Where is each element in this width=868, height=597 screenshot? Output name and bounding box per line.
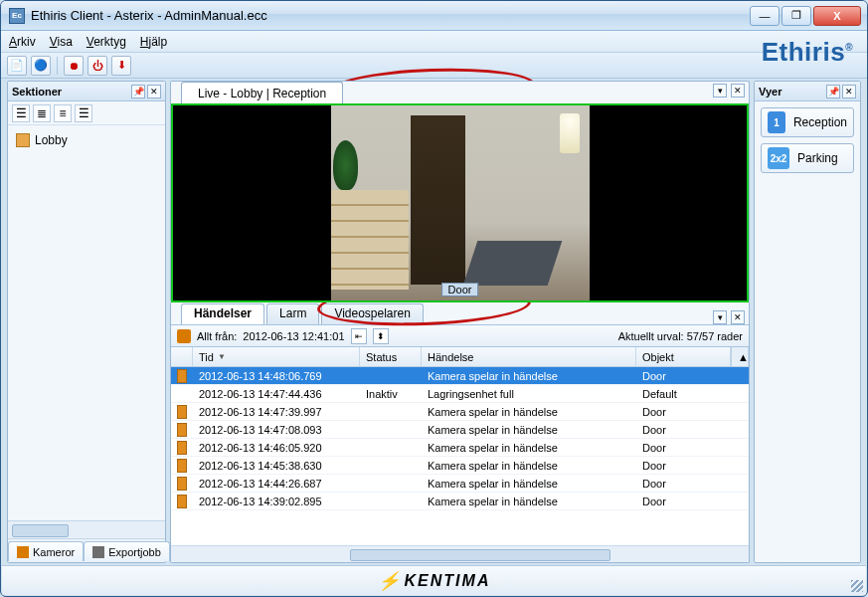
toolbar-connect-icon[interactable]: 🔵 — [31, 56, 51, 76]
event-row-icon — [177, 459, 187, 473]
table-row[interactable]: 2012-06-13 14:44:26.687Kamera spelar in … — [171, 475, 749, 493]
window-title: Ethiris Client - Asterix - AdminManual.e… — [31, 8, 750, 23]
vertical-scroll-head: ▲ — [731, 347, 749, 366]
view-parking-button[interactable]: 2x2 Parking — [761, 143, 854, 173]
cell-handelse: Kamera spelar in händelse — [422, 442, 636, 454]
cell-handelse: Kamera spelar in händelse — [422, 496, 636, 507]
tree-item-label: Lobby — [35, 133, 68, 147]
view-mode-4-icon[interactable]: ☰ — [75, 104, 92, 122]
table-row[interactable]: 2012-06-13 14:48:06.769Kamera spelar in … — [171, 367, 749, 385]
left-panel-header: Sektioner 📌 ✕ — [8, 82, 165, 101]
tab-handelser[interactable]: Händelser — [181, 303, 264, 324]
col-status[interactable]: Status — [360, 347, 422, 366]
video-viewport[interactable]: Door — [171, 103, 749, 302]
live-tab-controls: ▾ ✕ — [711, 84, 745, 98]
table-row[interactable]: 2012-06-13 14:47:39.997Kamera spelar in … — [171, 403, 749, 421]
resize-grip[interactable] — [851, 580, 863, 592]
event-row-icon — [177, 369, 187, 383]
tab-live-lobby-reception[interactable]: Live - Lobby | Reception — [181, 82, 343, 103]
col-handelse[interactable]: Händelse — [422, 347, 636, 366]
cell-handelse: Kamera spelar in händelse — [422, 370, 636, 382]
close-icon[interactable]: ✕ — [731, 310, 745, 324]
events-horizontal-scrollbar[interactable] — [171, 545, 749, 562]
event-row-icon — [177, 477, 187, 491]
views-list: 1 Reception 2x2 Parking — [755, 101, 860, 179]
close-button[interactable]: X — [813, 6, 861, 26]
cell-objekt: Door — [636, 478, 731, 490]
cell-tid: 2012-06-13 14:45:38.630 — [193, 460, 360, 472]
toolbar-download-icon[interactable]: ⬇ — [111, 56, 131, 76]
col-tid[interactable]: Tid ▼ — [193, 347, 360, 366]
cell-tid: 2012-06-13 14:47:44.436 — [193, 388, 360, 400]
statusbar: ⚡ KENTIMA — [2, 565, 866, 595]
close-icon[interactable]: ✕ — [842, 85, 856, 99]
view-mode-3-icon[interactable]: ≡ — [54, 104, 72, 122]
cell-objekt: Door — [636, 406, 731, 418]
toolbar-open-icon[interactable]: 📄 — [7, 56, 27, 76]
events-toolbar: Allt från: 2012-06-13 12:41:01 ⇤ ⬍ Aktue… — [171, 324, 749, 346]
right-panel-vyer: Vyer 📌 ✕ 1 Reception 2x2 Parking — [754, 81, 861, 563]
maximize-button[interactable]: ❐ — [781, 6, 811, 26]
minimize-button[interactable]: — — [750, 6, 780, 26]
tab-kameror-label: Kameror — [33, 546, 75, 558]
toolbar-separator — [57, 57, 58, 75]
camera-feed-image — [331, 105, 590, 300]
menu-arkiv[interactable]: Arkiv — [9, 35, 36, 49]
section-tree: Lobby — [8, 125, 165, 520]
cell-handelse: Kamera spelar in händelse — [422, 424, 636, 436]
live-tabbar: Live - Lobby | Reception ▾ ✕ — [171, 82, 749, 103]
toolbar-power-icon[interactable]: ⏻ — [87, 56, 107, 76]
cell-tid: 2012-06-13 14:44:26.687 — [193, 478, 360, 490]
cell-tid: 2012-06-13 14:47:08.093 — [193, 424, 360, 436]
view-reception-button[interactable]: 1 Reception — [761, 107, 854, 137]
bolt-icon: ⚡ — [378, 570, 402, 592]
col-tid-label: Tid — [199, 351, 214, 363]
horizontal-scrollbar[interactable] — [8, 520, 165, 538]
center-area: Live - Lobby | Reception ▾ ✕ Door Händel… — [170, 81, 750, 563]
menu-hjalp[interactable]: Hjälp — [140, 35, 167, 49]
col-objekt[interactable]: Objekt — [636, 347, 731, 366]
table-row[interactable]: 2012-06-13 14:46:05.920Kamera spelar in … — [171, 439, 749, 457]
tab-kameror[interactable]: Kameror — [8, 541, 84, 561]
event-row-icon — [177, 495, 187, 508]
menu-verktyg[interactable]: Verktyg — [87, 35, 126, 49]
filter-button-2[interactable]: ⬍ — [373, 328, 389, 344]
table-row[interactable]: 2012-06-13 14:45:38.630Kamera spelar in … — [171, 457, 749, 475]
filter-button-1[interactable]: ⇤ — [351, 328, 367, 344]
events-panel: Händelser Larm Videospelaren ▾ ✕ Allt fr… — [170, 301, 750, 563]
view-mode-2-icon[interactable]: ≣ — [33, 104, 51, 122]
table-row[interactable]: 2012-06-13 14:47:08.093Kamera spelar in … — [171, 421, 749, 439]
folder-icon — [16, 133, 30, 147]
table-row[interactable]: 2012-06-13 14:47:44.436InaktivLagringsen… — [171, 385, 749, 403]
dropdown-icon[interactable]: ▾ — [713, 310, 727, 324]
view-mode-1-icon[interactable]: ☰ — [12, 104, 30, 122]
cell-tid: 2012-06-13 14:39:02.895 — [193, 496, 360, 507]
live-view-panel: Live - Lobby | Reception ▾ ✕ Door — [170, 81, 750, 301]
app-icon: Ec — [9, 8, 25, 24]
right-panel-title: Vyer — [759, 86, 824, 98]
tab-larm[interactable]: Larm — [266, 303, 319, 324]
left-bottom-tabs: Kameror Exportjobb — [8, 538, 165, 562]
left-toolbar: ☰ ≣ ≡ ☰ — [8, 101, 165, 125]
view-label: Reception — [793, 115, 847, 129]
tab-videospelaren[interactable]: Videospelaren — [321, 303, 424, 324]
col-icon[interactable] — [171, 347, 193, 366]
view-label: Parking — [797, 151, 838, 165]
pin-icon[interactable]: 📌 — [131, 85, 145, 99]
right-panel-header: Vyer 📌 ✕ — [755, 82, 860, 101]
close-icon[interactable]: ✕ — [731, 84, 745, 98]
toolbar-record-icon[interactable]: ⏺ — [64, 56, 84, 76]
grid-2x2-icon: 2x2 — [768, 147, 789, 169]
pin-icon[interactable]: 📌 — [826, 85, 840, 99]
event-row-icon — [177, 441, 187, 455]
table-row[interactable]: 2012-06-13 14:39:02.895Kamera spelar in … — [171, 493, 749, 510]
menu-visa[interactable]: Visa — [50, 35, 73, 49]
tree-item-lobby[interactable]: Lobby — [14, 131, 159, 149]
cell-objekt: Door — [636, 442, 731, 454]
close-icon[interactable]: ✕ — [147, 85, 161, 99]
event-row-icon — [177, 423, 187, 437]
tab-exportjobb[interactable]: Exportjobb — [84, 541, 170, 561]
window-buttons: — ❐ X — [750, 6, 861, 26]
cell-objekt: Default — [636, 388, 731, 400]
dropdown-icon[interactable]: ▾ — [713, 84, 727, 98]
